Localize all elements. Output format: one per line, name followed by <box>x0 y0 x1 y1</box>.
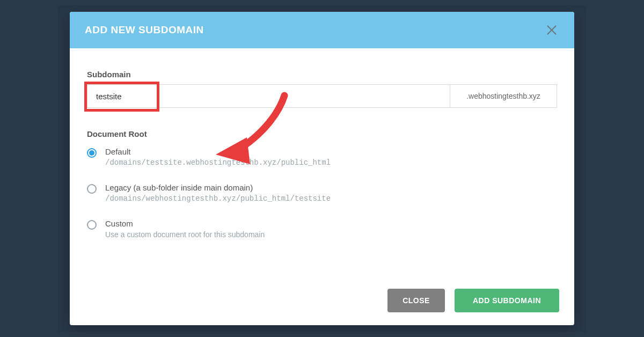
radio-desc: Use a custom document root for this subd… <box>105 230 557 239</box>
radio-title: Legacy (a sub-folder inside main domain) <box>105 183 557 192</box>
subdomain-label: Subdomain <box>87 70 557 79</box>
radio-title: Custom <box>105 219 557 228</box>
modal-title: ADD NEW SUBDOMAIN <box>85 24 204 36</box>
radio-path: /domains/testsite.webhostingtesthb.xyz/p… <box>105 158 557 167</box>
modal-header: ADD NEW SUBDOMAIN <box>70 12 574 48</box>
radio-text: Legacy (a sub-folder inside main domain)… <box>105 183 557 203</box>
add-subdomain-button[interactable]: ADD SUBDOMAIN <box>455 289 559 312</box>
subdomain-row: .webhostingtesthb.xyz <box>87 84 557 108</box>
document-root-label: Document Root <box>87 129 557 138</box>
radio-icon[interactable] <box>87 148 97 158</box>
modal-body: Subdomain .webhostingtesthb.xyz Document… <box>70 48 574 283</box>
subdomain-input[interactable] <box>87 85 450 107</box>
radio-icon[interactable] <box>87 220 97 230</box>
close-icon[interactable] <box>544 23 559 38</box>
close-button[interactable]: CLOSE <box>387 289 445 312</box>
docroot-option-custom[interactable]: Custom Use a custom document root for th… <box>87 219 557 239</box>
subdomain-input-wrap <box>87 84 450 108</box>
docroot-option-default[interactable]: Default /domains/testsite.webhostingtest… <box>87 147 557 167</box>
add-subdomain-modal: ADD NEW SUBDOMAIN Subdomain .webhostingt… <box>70 12 574 325</box>
document-root-options: Default /domains/testsite.webhostingtest… <box>87 147 557 239</box>
radio-path: /domains/webhostingtesthb.xyz/public_htm… <box>105 194 557 203</box>
radio-text: Custom Use a custom document root for th… <box>105 219 557 239</box>
docroot-option-legacy[interactable]: Legacy (a sub-folder inside main domain)… <box>87 183 557 203</box>
domain-suffix: .webhostingtesthb.xyz <box>450 84 557 108</box>
radio-title: Default <box>105 147 557 156</box>
radio-text: Default /domains/testsite.webhostingtest… <box>105 147 557 167</box>
modal-footer: CLOSE ADD SUBDOMAIN <box>70 283 574 325</box>
radio-icon[interactable] <box>87 184 97 194</box>
